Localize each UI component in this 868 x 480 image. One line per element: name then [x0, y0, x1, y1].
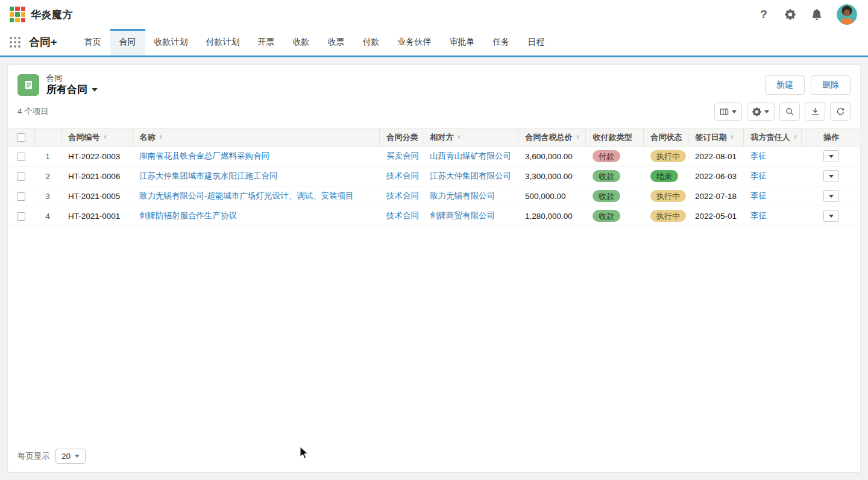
tab-payable-plan[interactable]: 付款计划 — [197, 29, 249, 55]
row-number: 4 — [34, 206, 61, 226]
col-status[interactable]: 合同状态 — [643, 128, 688, 147]
pay-type-badge: 收款 — [593, 170, 620, 182]
sort-icon: ▲▼ — [104, 134, 107, 139]
col-name[interactable]: 名称▲▼ — [132, 128, 379, 147]
app-name[interactable]: 合同+ — [29, 35, 57, 49]
refresh-button[interactable] — [830, 103, 851, 121]
category-link[interactable]: 技术合同 — [386, 171, 419, 180]
counterparty-link[interactable]: 剑牌商贸有限公司 — [430, 211, 495, 220]
counterparty-link[interactable]: 山西青山煤矿有限公司 — [430, 151, 511, 160]
tab-payments[interactable]: 付款 — [354, 29, 389, 55]
status-badge: 执行中 — [650, 210, 686, 222]
total-price-cell: 3,300,000.00 — [518, 166, 585, 186]
contract-name-link[interactable]: 江苏大仲集团城市建筑水阳江施工合同 — [139, 171, 278, 180]
help-button[interactable]: ? — [757, 8, 770, 21]
col-total-price[interactable]: 合同含税总价▲▼ — [518, 128, 585, 147]
gear-icon — [785, 9, 796, 20]
per-page-select[interactable]: 20 — [55, 449, 86, 464]
user-avatar[interactable] — [837, 4, 857, 25]
contract-name-link[interactable]: 剑牌防辐射服合作生产协议 — [139, 211, 237, 220]
tab-contracts[interactable]: 合同 — [110, 29, 145, 55]
list-pagination-footer: 每页显示 20 — [8, 443, 860, 472]
col-pay-type[interactable]: 收付款类型 — [585, 128, 643, 147]
table-row: 3 HT-2021-0005 致力无锡有限公司-超能城市广场灯光设计、调试、安装… — [8, 186, 861, 206]
category-link[interactable]: 买卖合同 — [386, 151, 419, 160]
list-settings-button[interactable] — [747, 103, 775, 121]
main-content: 合同 所有合同 新建 删除 4 个项目 — [0, 57, 868, 480]
tab-approvals[interactable]: 审批单 — [441, 29, 484, 55]
col-owner[interactable]: 我方责任人▲▼ — [743, 128, 801, 147]
view-title: 所有合同 — [46, 83, 87, 96]
tab-calendar[interactable]: 日程 — [519, 29, 554, 55]
status-badge: 执行中 — [650, 190, 686, 202]
chevron-down-icon — [829, 155, 834, 158]
pay-type-badge: 付款 — [593, 150, 620, 162]
category-link[interactable]: 技术合同 — [386, 211, 419, 220]
top-header-bar: 华炎魔方 ? — [0, 0, 868, 29]
col-sign-date[interactable]: 签订日期▲▼ — [688, 128, 743, 147]
pay-type-badge: 收款 — [593, 190, 620, 202]
contracts-table: 合同编号▲▼ 名称▲▼ 合同分类 相对方▲▼ 合同含税总价▲▼ 收付款类型 合同… — [8, 128, 861, 226]
tab-receivables[interactable]: 收款 — [284, 29, 319, 55]
chevron-down-icon — [92, 88, 98, 92]
contract-name-link[interactable]: 致力无锡有限公司-超能城市广场灯光设计、调试、安装项目 — [139, 191, 354, 200]
row-number: 2 — [34, 166, 61, 186]
sign-date-cell: 2022-06-03 — [688, 166, 743, 186]
tab-home[interactable]: 首页 — [75, 29, 110, 55]
row-actions-button[interactable] — [823, 150, 839, 162]
category-link[interactable]: 技术合同 — [386, 191, 419, 200]
row-checkbox[interactable] — [17, 192, 25, 201]
object-label: 合同 — [46, 74, 98, 83]
display-columns-button[interactable] — [714, 103, 742, 121]
chevron-down-icon — [829, 215, 834, 218]
chevron-down-icon — [764, 110, 769, 113]
col-counterparty[interactable]: 相对方▲▼ — [423, 128, 518, 147]
search-button[interactable] — [779, 103, 800, 121]
export-button[interactable] — [805, 103, 825, 121]
delete-button[interactable]: 删除 — [811, 75, 851, 95]
new-button[interactable]: 新建 — [765, 75, 805, 95]
owner-link[interactable]: 李征 — [750, 151, 767, 160]
row-actions-button[interactable] — [823, 190, 839, 202]
counterparty-link[interactable]: 致力无锡有限公司 — [430, 191, 495, 200]
row-number: 3 — [34, 186, 61, 206]
contract-name-link[interactable]: 湖南省花县铁合金总厂燃料采购合同 — [139, 151, 269, 160]
app-logo-icon — [10, 7, 25, 22]
row-checkbox[interactable] — [17, 212, 25, 221]
col-contract-no[interactable]: 合同编号▲▼ — [61, 128, 132, 147]
list-toolbar — [714, 103, 851, 121]
search-icon — [785, 107, 794, 116]
gear-icon — [752, 107, 761, 116]
row-number: 1 — [34, 147, 61, 166]
app-launcher-icon[interactable] — [8, 36, 22, 49]
sort-icon: ▲▼ — [159, 134, 163, 139]
counterparty-link[interactable]: 江苏大仲集团有限公司 — [430, 171, 511, 180]
total-price-cell: 3,600,000.00 — [518, 147, 585, 166]
row-actions-button[interactable] — [823, 170, 839, 182]
tab-invoicing[interactable]: 开票 — [249, 29, 284, 55]
view-selector[interactable]: 所有合同 — [46, 83, 98, 96]
settings-button[interactable] — [784, 8, 797, 21]
per-page-value: 20 — [61, 452, 71, 461]
owner-link[interactable]: 李征 — [750, 191, 767, 200]
owner-link[interactable]: 李征 — [750, 171, 767, 180]
columns-icon — [720, 107, 729, 116]
owner-link[interactable]: 李征 — [750, 211, 767, 220]
notifications-button[interactable] — [810, 8, 823, 21]
contract-no-cell: HT-2021-0001 — [61, 206, 132, 226]
sort-icon: ▲▼ — [458, 134, 461, 139]
tab-business-partners[interactable]: 业务伙伴 — [389, 29, 441, 55]
row-checkbox[interactable] — [17, 153, 25, 161]
sort-icon: ▲▼ — [794, 134, 797, 139]
sign-date-cell: 2022-05-01 — [688, 206, 743, 226]
pay-type-badge: 收款 — [593, 210, 620, 222]
refresh-icon — [836, 107, 845, 116]
tab-receivable-plan[interactable]: 收款计划 — [145, 29, 197, 55]
row-checkbox[interactable] — [17, 172, 25, 181]
tab-tasks[interactable]: 任务 — [484, 29, 519, 55]
chevron-down-icon — [829, 195, 834, 198]
row-actions-button[interactable] — [823, 210, 839, 222]
tab-invoices-received[interactable]: 收票 — [319, 29, 354, 55]
select-all-checkbox[interactable] — [17, 133, 25, 142]
col-category[interactable]: 合同分类 — [379, 128, 423, 147]
